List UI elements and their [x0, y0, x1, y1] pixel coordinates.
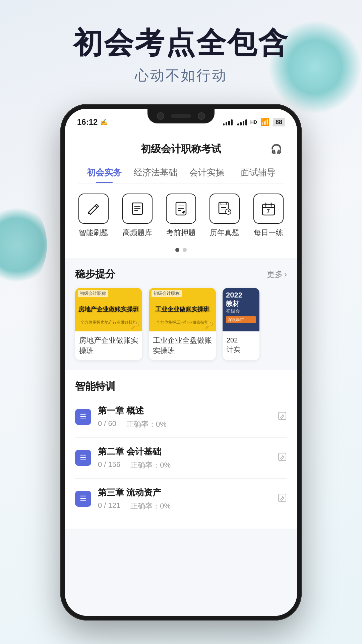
notch [147, 109, 215, 123]
chapter-progress-1: 0 / 156 [98, 460, 120, 470]
quick-item-2[interactable]: 考前押题 [163, 194, 199, 238]
quick-item-4[interactable]: 7 每日一练 [250, 194, 287, 238]
front-camera [157, 112, 164, 120]
card-info-1: 工业企业全盘做账实操班 [149, 331, 216, 360]
quick-label-2: 考前押题 [166, 228, 196, 238]
face-sensor [171, 114, 191, 118]
chapter-item-0[interactable]: ☰ 第一章 概述 0 / 60 正确率：0% [75, 397, 287, 438]
chapter-item-2[interactable]: ☰ 第三章 流动资产 0 / 121 正确率：0% [75, 479, 287, 519]
material-text: 教材 [226, 299, 256, 308]
quick-label-1: 高频题库 [123, 228, 152, 238]
card-info-2: 202计实 [223, 331, 259, 358]
tab-1[interactable]: 经济法基础 [130, 161, 181, 183]
course-card-2[interactable]: 2022 教材 初级会 深度串讲 202计实 [223, 288, 259, 360]
chapter-info-1: 第二章 会计基础 0 / 156 正确率：0% [98, 446, 278, 470]
svg-text:7: 7 [267, 208, 270, 214]
title-row: 初级会计职称考试 🎧 [78, 142, 284, 161]
card-dark-content: 2022 教材 初级会 深度串讲 [223, 288, 259, 331]
chapter-icon-symbol-1: ☰ [80, 453, 86, 462]
course-card-0[interactable]: 初级会计职称 房地产企业做账实操班 全方位掌握房地产行业做账技能 🔑 房地产企业… [75, 288, 142, 360]
chapter-icon-0: ☰ [75, 409, 91, 425]
scroll-view[interactable]: 初级会计职称考试 🎧 初会实务 经济法基础 会计实操 [65, 136, 297, 616]
quick-item-1[interactable]: 高频题库 [119, 194, 156, 238]
bar5 [237, 123, 239, 125]
steady-more[interactable]: 更多 › [267, 269, 287, 280]
card-main-0: 房地产企业做账实操班 [76, 306, 141, 313]
chapter-info-2: 第三章 流动资产 0 / 121 正确率：0% [98, 487, 278, 511]
subject-text: 初级会 [226, 308, 256, 314]
hero-subtitle: 心动不如行动 [0, 66, 362, 85]
quick-icon-history [209, 194, 240, 224]
bottom-spacer [65, 529, 297, 542]
chapter-progress-0: 0 / 60 [98, 419, 116, 429]
battery-indicator: 88 [273, 118, 285, 126]
chapter-title-2: 第三章 流动资产 [98, 487, 278, 498]
chapter-title-0: 第一章 概述 [98, 405, 278, 417]
chapter-stats-2: 0 / 121 正确率：0% [98, 501, 278, 511]
quick-icon-calendar: 7 [253, 194, 284, 224]
svg-rect-4 [132, 202, 132, 215]
tab-3[interactable]: 面试辅导 [232, 161, 284, 183]
depth-badge: 深度串讲 [226, 316, 256, 323]
edit-icon-2[interactable] [278, 493, 287, 505]
chapter-item-1[interactable]: ☰ 第二章 会计基础 0 / 156 正确率：0% [75, 438, 287, 479]
dot-0 [175, 248, 179, 252]
chapter-accuracy-2: 正确率：0% [130, 501, 171, 511]
card-badge-1: 初级会计职称 [152, 290, 182, 297]
tab-0[interactable]: 初会实务 [78, 161, 130, 183]
bar7 [243, 121, 244, 125]
chapter-progress-2: 0 / 121 [98, 501, 120, 511]
chapter-icon-symbol-2: ☰ [80, 494, 86, 503]
status-right: HD 📶 88 [223, 118, 285, 126]
app-content: 初级会计职称考试 🎧 初会实务 经济法基础 会计实操 [65, 136, 297, 616]
chapter-info-0: 第一章 概述 0 / 60 正确率：0% [98, 405, 278, 429]
bar1 [223, 123, 225, 125]
chapter-icon-2: ☰ [75, 491, 91, 507]
chapter-accuracy-0: 正确率：0% [126, 419, 167, 429]
bar2 [226, 122, 227, 125]
hd-badge: HD [250, 119, 257, 125]
app-title: 初级会计职称考试 [141, 142, 221, 156]
hero-title: 初会考点全包含 [0, 27, 362, 59]
front-camera2 [198, 112, 205, 120]
chapter-icon-1: ☰ [75, 450, 91, 466]
edit-icon-1[interactable] [278, 452, 287, 464]
pagination-dots [65, 245, 297, 258]
quick-access-section: 智能刷题 高频题库 [65, 183, 297, 245]
bg-blob-left [0, 201, 47, 288]
bar6 [240, 122, 242, 125]
quick-icon-exam [166, 194, 196, 224]
chapter-stats-1: 0 / 156 正确率：0% [98, 460, 278, 470]
chapter-title-1: 第二章 会计基础 [98, 446, 278, 458]
bar3 [228, 121, 230, 125]
quick-label-4: 每日一练 [254, 228, 283, 238]
edit-icon-0[interactable] [278, 411, 287, 423]
tab-bar: 初会实务 经济法基础 会计实操 面试辅导 [78, 161, 284, 183]
card-info-0: 房地产企业做账实操班 [75, 331, 142, 360]
card-main-1: 工业企业做账实操班 [153, 306, 212, 313]
card-badge-0: 初级会计职称 [78, 290, 108, 297]
card-thumb-1: 初级会计职称 工业企业做账实操班 全方位掌握工业行业做账技能 🔑 [149, 288, 216, 331]
key-icon-0: 🔑 [130, 321, 139, 329]
app-header: 初级会计职称考试 🎧 初会实务 经济法基础 会计实操 [65, 136, 297, 183]
quick-item-3[interactable]: 历年真题 [206, 194, 243, 238]
status-bar: 16:12 ✍ [65, 109, 297, 136]
quick-icon-pencil [78, 194, 109, 224]
dot-1 [183, 248, 187, 252]
key-icon-1: 🔑 [204, 321, 213, 329]
section-header-steady: 稳步提分 更多 › [75, 267, 287, 281]
headphone-button[interactable]: 🎧 [269, 142, 284, 157]
quick-label-0: 智能刷题 [79, 228, 108, 238]
chapter-accuracy-1: 正确率：0% [130, 460, 171, 470]
wifi-icon: 📶 [260, 118, 269, 126]
signal-icon2 [237, 119, 247, 125]
tab-2[interactable]: 会计实操 [181, 161, 232, 183]
signal-icon [223, 119, 233, 125]
course-card-1[interactable]: 初级会计职称 工业企业做账实操班 全方位掌握工业行业做账技能 🔑 工业企业全盘做… [149, 288, 216, 360]
card-thumb-2: 2022 教材 初级会 深度串讲 [223, 288, 259, 331]
chapter-stats-0: 0 / 60 正确率：0% [98, 419, 278, 429]
steady-section: 稳步提分 更多 › 初级会计职称 [65, 258, 297, 367]
bar4 [231, 119, 233, 125]
quick-item-0[interactable]: 智能刷题 [75, 194, 112, 238]
phone-screen: 16:12 ✍ [65, 109, 297, 616]
